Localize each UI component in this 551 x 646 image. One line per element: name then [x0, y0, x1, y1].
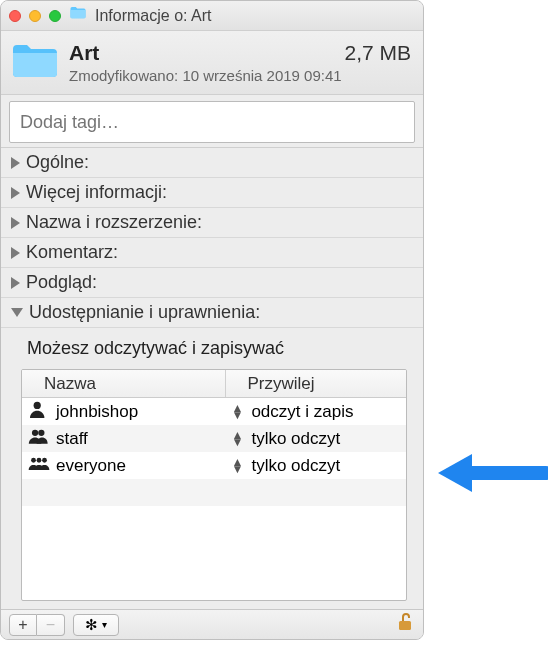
permissions-rows: johnbishop ▲▼ odczyt i zapis staff: [22, 398, 406, 600]
section-label: Ogólne:: [26, 152, 89, 173]
info-window: Informacje o: Art Art 2,7 MB Zmodyfikowa…: [0, 0, 424, 640]
user-name: johnbishop: [56, 402, 138, 422]
disclosure-icon: [11, 247, 20, 259]
section-more-info[interactable]: Więcej informacji:: [1, 178, 423, 208]
section-label: Podgląd:: [26, 272, 97, 293]
column-name[interactable]: Nazwa: [22, 370, 226, 397]
section-preview[interactable]: Podgląd:: [1, 268, 423, 298]
person-icon: [28, 400, 50, 423]
action-menu-button[interactable]: ✻ ▾: [73, 614, 119, 636]
disclosure-icon: [11, 308, 23, 317]
user-privilege: tylko odczyt: [251, 429, 340, 449]
item-modified: Zmodyfikowano: 10 września 2019 09:41: [69, 67, 411, 84]
table-row[interactable]: johnbishop ▲▼ odczyt i zapis: [22, 398, 406, 425]
section-sharing[interactable]: Udostępnianie i uprawnienia:: [1, 298, 423, 328]
close-button[interactable]: [9, 10, 21, 22]
header: Art 2,7 MB Zmodyfikowano: 10 września 20…: [1, 31, 423, 95]
svg-point-4: [37, 458, 42, 463]
zoom-button[interactable]: [49, 10, 61, 22]
table-row-empty: [22, 479, 406, 506]
svg-point-3: [31, 458, 36, 463]
svg-point-1: [32, 430, 38, 436]
svg-rect-6: [399, 621, 411, 630]
disclosure-icon: [11, 157, 20, 169]
table-row-empty: [22, 506, 406, 533]
disclosure-icon: [11, 277, 20, 289]
column-privilege[interactable]: Przywilej: [226, 370, 406, 397]
add-button[interactable]: +: [9, 614, 37, 636]
folder-icon-large: [11, 41, 59, 86]
user-name: staff: [56, 429, 88, 449]
callout-arrow-icon: [438, 448, 548, 503]
user-privilege: odczyt i zapis: [251, 402, 353, 422]
group-icon: [28, 454, 50, 477]
item-size: 2,7 MB: [344, 41, 411, 65]
sections: Ogólne: Więcej informacji: Nazwa i rozsz…: [1, 148, 423, 328]
chevron-down-icon: ▾: [102, 619, 107, 630]
stepper-icon[interactable]: ▲▼: [232, 432, 244, 446]
stepper-icon[interactable]: ▲▼: [232, 459, 244, 473]
people-icon: [28, 427, 50, 450]
sharing-message: Możesz odczytywać i zapisywać: [27, 338, 407, 359]
permissions-header: Nazwa Przywilej: [22, 370, 406, 398]
titlebar: Informacje o: Art: [1, 1, 423, 31]
remove-button[interactable]: −: [37, 614, 65, 636]
folder-icon: [69, 4, 87, 27]
window-controls: [9, 10, 61, 22]
table-row[interactable]: everyone ▲▼ tylko odczyt: [22, 452, 406, 479]
tags-field-wrap: [1, 95, 423, 148]
section-label: Udostępnianie i uprawnienia:: [29, 302, 260, 323]
section-label: Więcej informacji:: [26, 182, 167, 203]
section-comments[interactable]: Komentarz:: [1, 238, 423, 268]
svg-marker-8: [438, 454, 472, 492]
item-name: Art: [69, 41, 99, 65]
user-name: everyone: [56, 456, 126, 476]
window-title: Informacje o: Art: [95, 7, 212, 25]
disclosure-icon: [11, 217, 20, 229]
section-label: Komentarz:: [26, 242, 118, 263]
section-general[interactable]: Ogólne:: [1, 148, 423, 178]
lock-icon[interactable]: [397, 612, 415, 637]
user-privilege: tylko odczyt: [251, 456, 340, 476]
sharing-body: Możesz odczytywać i zapisywać Nazwa Przy…: [1, 328, 423, 609]
table-row[interactable]: staff ▲▼ tylko odczyt: [22, 425, 406, 452]
svg-point-5: [42, 458, 47, 463]
minimize-button[interactable]: [29, 10, 41, 22]
svg-point-2: [38, 430, 44, 436]
permissions-table: Nazwa Przywilej johnbishop ▲▼ odczyt i z…: [21, 369, 407, 601]
svg-point-0: [34, 402, 41, 409]
stepper-icon[interactable]: ▲▼: [232, 405, 244, 419]
section-name-ext[interactable]: Nazwa i rozszerzenie:: [1, 208, 423, 238]
section-label: Nazwa i rozszerzenie:: [26, 212, 202, 233]
disclosure-icon: [11, 187, 20, 199]
gear-icon: ✻: [85, 616, 98, 634]
footer-toolbar: + − ✻ ▾: [1, 609, 423, 639]
tags-input[interactable]: [9, 101, 415, 143]
